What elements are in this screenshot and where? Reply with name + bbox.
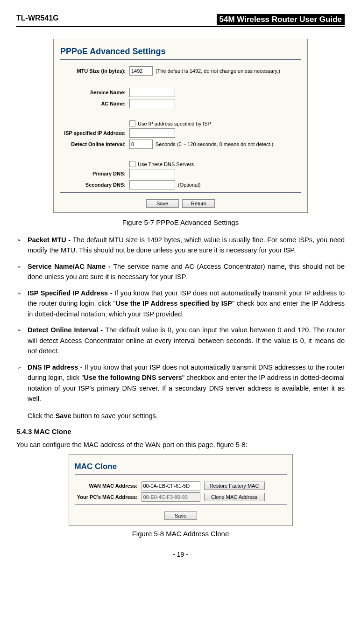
bullet-list: Packet MTU - The default MTU size is 149…: [16, 235, 345, 404]
list-item: Packet MTU - The default MTU size is 149…: [28, 235, 345, 256]
divider: [60, 192, 301, 193]
use-dns-checkbox[interactable]: [129, 161, 135, 167]
secondary-dns-label: Secondary DNS:: [60, 182, 129, 188]
divider: [75, 474, 287, 475]
return-button[interactable]: Return: [182, 199, 215, 208]
divider: [60, 59, 301, 60]
wan-mac-label: WAN MAC Address:: [75, 483, 142, 489]
list-item: DNS IP address - If you know that your I…: [28, 362, 345, 404]
detect-note: Seconds (0 ~ 120 seconds, 0 means do not…: [156, 141, 273, 147]
mac-intro: You can configure the MAC address of the…: [16, 441, 345, 448]
clone-mac-button[interactable]: Clone MAC Address: [204, 493, 265, 501]
pc-mac-label: Your PC's MAC Address:: [75, 494, 142, 500]
mac-title: MAC Clone: [75, 462, 287, 471]
secondary-note: (Optional): [178, 182, 200, 188]
mac-save-button[interactable]: Save: [164, 511, 197, 520]
detect-input[interactable]: [129, 140, 153, 149]
list-item: ISP Specified IP Address - If you know t…: [28, 288, 345, 319]
figure-caption-1: Figure 5-7 PPPoE Advanced Settings: [16, 218, 345, 226]
use-dns-label: Use These DNS Servers: [138, 161, 194, 167]
mtu-input[interactable]: [129, 66, 153, 76]
save-button[interactable]: Save: [146, 199, 179, 208]
primary-dns-input[interactable]: [129, 169, 175, 178]
isp-ip-input[interactable]: [129, 128, 175, 138]
pc-mac-input: [142, 492, 200, 502]
mac-panel: MAC Clone WAN MAC Address: Restore Facto…: [69, 454, 293, 526]
use-ip-checkbox[interactable]: [129, 120, 135, 126]
page-number: - 19 -: [16, 551, 345, 558]
wan-mac-input[interactable]: [142, 481, 200, 490]
figure-caption-2: Figure 5-8 MAC Address Clone: [16, 530, 345, 538]
model-label: TL-WR541G: [16, 14, 59, 22]
list-item: Service Name/AC Name - The service name …: [28, 261, 345, 282]
page-header: TL-WR541G 54M Wireless Router User Guide: [16, 14, 345, 27]
panel-title: PPPoE Advanced Settings: [60, 47, 301, 56]
save-paragraph: Click the Save button to save your setti…: [16, 411, 345, 421]
isp-ip-label: ISP specified IP Address:: [60, 130, 129, 136]
ac-name-input[interactable]: [129, 99, 175, 108]
use-ip-label: Use IP address specified by ISP: [138, 121, 211, 126]
section-heading: 5.4.3 MAC Clone: [16, 427, 345, 435]
restore-mac-button[interactable]: Restore Factory MAC: [204, 482, 265, 490]
mtu-label: MTU Size (in bytes):: [60, 68, 129, 74]
mtu-note: (The default is 1492, do not change unle…: [156, 68, 280, 74]
service-name-input[interactable]: [129, 88, 175, 97]
pppoe-panel: PPPoE Advanced Settings MTU Size (in byt…: [53, 39, 308, 213]
secondary-dns-input[interactable]: [129, 180, 175, 189]
detect-label: Detect Online Interval:: [60, 141, 129, 147]
divider: [75, 504, 287, 505]
guide-title: 54M Wireless Router User Guide: [217, 14, 345, 25]
primary-dns-label: Primary DNS:: [60, 171, 129, 176]
service-name-label: Service Name:: [60, 90, 129, 95]
list-item: Detect Online Interval - The default val…: [28, 325, 345, 356]
ac-name-label: AC Name:: [60, 101, 129, 106]
